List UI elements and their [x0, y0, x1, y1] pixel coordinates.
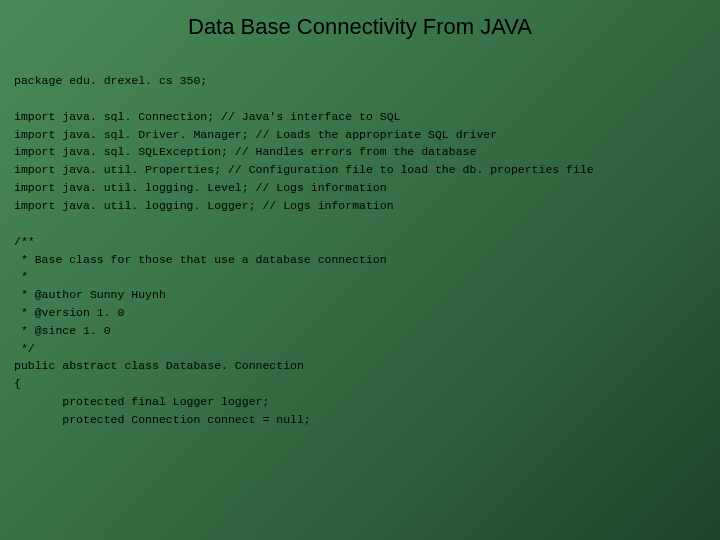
body-line: protected final Logger logger;	[14, 395, 269, 408]
javadoc-line: *	[14, 270, 28, 283]
javadoc-line: * Base class for those that use a databa…	[14, 253, 387, 266]
import-line: import java. sql. Driver. Manager; // Lo…	[14, 128, 497, 141]
class-decl: public abstract class Database. Connecti…	[14, 359, 304, 372]
javadoc-line: * @author Sunny Huynh	[14, 288, 166, 301]
package-line: package edu. drexel. cs 350;	[14, 74, 207, 87]
import-line: import java. sql. SQLException; // Handl…	[14, 145, 476, 158]
javadoc-line: * @since 1. 0	[14, 324, 111, 337]
brace: {	[14, 377, 21, 390]
import-line: import java. util. logging. Level; // Lo…	[14, 181, 387, 194]
body-line: protected Connection connect = null;	[14, 413, 311, 426]
import-line: import java. sql. Connection; // Java's …	[14, 110, 400, 123]
slide-title: Data Base Connectivity From JAVA	[0, 0, 720, 72]
import-line: import java. util. Properties; // Config…	[14, 163, 594, 176]
javadoc-line: /**	[14, 235, 35, 248]
javadoc-line: */	[14, 342, 35, 355]
javadoc-line: * @version 1. 0	[14, 306, 124, 319]
code-block: package edu. drexel. cs 350; import java…	[0, 72, 720, 429]
import-line: import java. util. logging. Logger; // L…	[14, 199, 394, 212]
